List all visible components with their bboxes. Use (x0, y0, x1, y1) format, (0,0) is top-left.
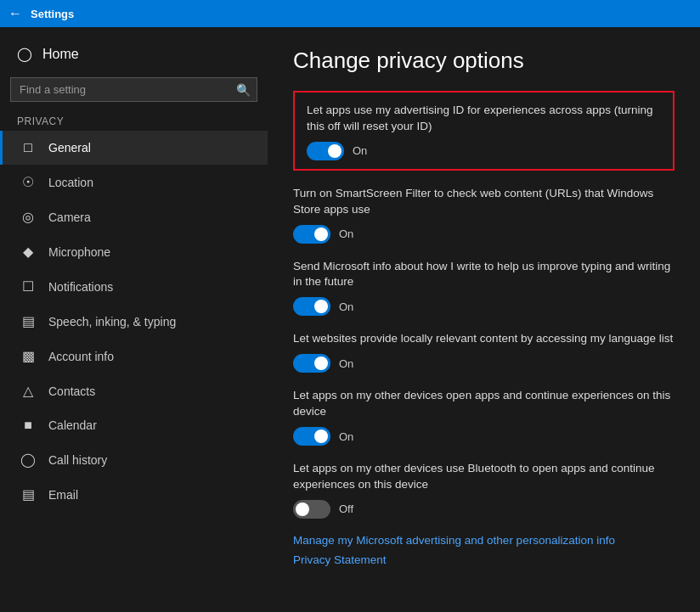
advertising-id-toggle[interactable] (307, 142, 344, 160)
sidebar-item-call-history[interactable]: ◯ Call history (0, 442, 268, 477)
advertising-id-toggle-label: On (353, 144, 367, 157)
sidebar-item-label: General (48, 141, 91, 154)
toggle-thumb (328, 144, 342, 158)
sidebar-item-home[interactable]: ◯ Home (0, 36, 268, 72)
email-icon: ▤ (20, 486, 37, 503)
search-input[interactable] (10, 77, 257, 102)
language-list-toggle-label: On (339, 357, 353, 370)
sidebar-item-label: Speech, inking, & typing (48, 315, 176, 328)
back-button[interactable]: ← (8, 6, 22, 21)
toggle-thumb (314, 227, 328, 241)
sidebar-item-general[interactable]: □ General (0, 131, 268, 165)
sidebar-item-label: Notifications (48, 280, 113, 294)
sidebar-item-account-info[interactable]: ▩ Account info (0, 339, 268, 373)
other-devices-toggle[interactable] (293, 427, 330, 446)
speech-icon: ▤ (20, 313, 37, 329)
other-devices-toggle-label: On (339, 430, 353, 443)
sidebar: ◯ Home 🔍 Privacy □ General ☉ Location ◎ … (0, 27, 268, 612)
bluetooth-toggle-label: Off (339, 503, 353, 515)
privacy-label: Privacy (0, 110, 268, 131)
typing-info-section: Send Microsoft info about how I write to… (293, 259, 675, 317)
sidebar-item-camera[interactable]: ◎ Camera (0, 199, 268, 234)
links-section: Manage my Microsoft advertising and othe… (293, 534, 675, 566)
advertising-id-toggle-row: On (307, 142, 661, 160)
smartscreen-section: Turn on SmartScreen Filter to check web … (293, 186, 675, 244)
typing-info-toggle-row: On (293, 297, 675, 316)
advertising-id-text: Let apps use my advertising ID for exper… (307, 103, 661, 135)
bluetooth-text: Let apps on my other devices use Bluetoo… (293, 461, 675, 493)
smartscreen-toggle-label: On (339, 227, 353, 240)
search-box: 🔍 (10, 77, 257, 102)
account-icon: ▩ (20, 348, 37, 364)
sidebar-item-calendar[interactable]: ■ Calendar (0, 408, 268, 442)
other-devices-text: Let apps on my other devices open apps a… (293, 388, 675, 420)
sidebar-item-contacts[interactable]: △ Contacts (0, 373, 268, 408)
search-icon: 🔍 (236, 83, 251, 97)
toggle-thumb (314, 430, 328, 443)
typing-info-toggle[interactable] (293, 297, 330, 316)
sidebar-item-label: Location (48, 176, 93, 189)
app-title: Settings (31, 8, 74, 20)
main-layout: ◯ Home 🔍 Privacy □ General ☉ Location ◎ … (0, 27, 700, 612)
sidebar-item-speech[interactable]: ▤ Speech, inking, & typing (0, 304, 268, 339)
language-list-toggle[interactable] (293, 354, 330, 373)
sidebar-item-location[interactable]: ☉ Location (0, 165, 268, 199)
main-content: Change privacy options Let apps use my a… (268, 27, 700, 612)
advertising-id-section: Let apps use my advertising ID for exper… (293, 91, 675, 171)
toggle-thumb (296, 503, 309, 516)
bluetooth-toggle[interactable] (293, 500, 330, 519)
sidebar-item-label: Email (48, 488, 78, 502)
location-icon: ☉ (20, 174, 37, 190)
smartscreen-toggle-row: On (293, 225, 675, 244)
privacy-statement-link[interactable]: Privacy Statement (293, 553, 675, 566)
home-icon: ◯ (17, 46, 32, 62)
call-history-icon: ◯ (20, 452, 37, 468)
smartscreen-toggle[interactable] (293, 225, 330, 244)
microphone-icon: ◆ (20, 244, 37, 260)
typing-info-toggle-label: On (339, 300, 353, 313)
sidebar-item-label: Call history (48, 453, 107, 467)
sidebar-item-label: Contacts (48, 385, 95, 398)
language-list-toggle-row: On (293, 354, 675, 373)
language-list-section: Let websites provide locally relevant co… (293, 331, 675, 373)
other-devices-toggle-row: On (293, 427, 675, 446)
page-title: Change privacy options (293, 48, 675, 74)
sidebar-item-microphone[interactable]: ◆ Microphone (0, 234, 268, 269)
general-icon: □ (20, 140, 37, 155)
bluetooth-toggle-row: Off (293, 500, 675, 519)
title-bar: ← Settings (0, 0, 700, 27)
bluetooth-section: Let apps on my other devices use Bluetoo… (293, 461, 675, 519)
manage-advertising-link[interactable]: Manage my Microsoft advertising and othe… (293, 534, 675, 547)
notifications-icon: ☐ (20, 278, 37, 295)
calendar-icon: ■ (20, 418, 37, 433)
sidebar-item-notifications[interactable]: ☐ Notifications (0, 269, 268, 304)
camera-icon: ◎ (20, 209, 37, 225)
sidebar-item-label: Calendar (48, 418, 97, 432)
smartscreen-text: Turn on SmartScreen Filter to check web … (293, 186, 675, 218)
typing-info-text: Send Microsoft info about how I write to… (293, 259, 675, 291)
contacts-icon: △ (20, 383, 37, 399)
nav-items: □ General ☉ Location ◎ Camera ◆ Micropho… (0, 131, 268, 512)
sidebar-item-email[interactable]: ▤ Email (0, 477, 268, 512)
language-list-text: Let websites provide locally relevant co… (293, 331, 675, 347)
home-label: Home (42, 47, 79, 62)
other-devices-section: Let apps on my other devices open apps a… (293, 388, 675, 446)
sidebar-item-label: Microphone (48, 245, 110, 259)
sidebar-item-label: Camera (48, 211, 91, 224)
sidebar-item-label: Account info (48, 350, 114, 363)
